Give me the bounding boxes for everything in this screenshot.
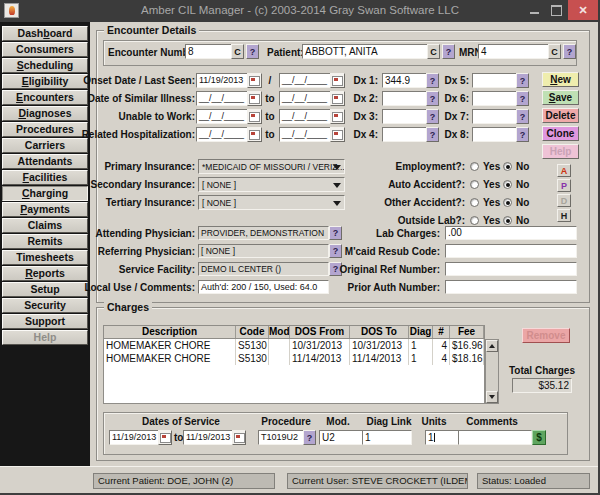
dx4-help-button[interactable]: ? <box>426 127 439 142</box>
entry-date-from-calendar-button[interactable] <box>158 430 172 445</box>
sidebar-item-dashboard[interactable]: Dashboard <box>2 26 88 41</box>
table-row[interactable]: HOMEMAKER CHORE S5130 11/14/2013 11/14/2… <box>104 352 484 365</box>
original-ref-number-field[interactable] <box>445 262 577 276</box>
col-dos-to[interactable]: DOS To <box>350 326 409 338</box>
sidebar-item-consumers[interactable]: Consumers <box>2 42 88 57</box>
encounter-number-clear-button[interactable]: C <box>231 44 244 59</box>
scroll-up-button[interactable] <box>486 340 498 352</box>
similar-illness-from-calendar-button[interactable] <box>247 91 262 106</box>
service-facility-field[interactable]: DEMO IL CENTER () <box>198 262 329 276</box>
secondary-insurance-select[interactable]: [ NONE ] <box>198 177 345 192</box>
auto-accident-yes-radio[interactable] <box>470 180 479 189</box>
dx8-help-button[interactable]: ? <box>516 127 529 142</box>
patient-clear-button[interactable]: C <box>427 44 440 59</box>
similar-illness-from-field[interactable]: __/__/____ <box>196 91 249 106</box>
similar-illness-to-calendar-button[interactable] <box>330 91 345 106</box>
col-code[interactable]: Code <box>236 326 269 338</box>
quick-p-button[interactable]: P <box>557 179 571 192</box>
auto-accident-no-radio[interactable] <box>503 180 512 189</box>
quick-h-button[interactable]: H <box>557 209 571 222</box>
entry-procedure-help-button[interactable]: ? <box>303 430 316 445</box>
dx8-field[interactable] <box>472 127 520 142</box>
related-hospitalization-from-calendar-button[interactable] <box>247 127 262 142</box>
dx5-field[interactable] <box>472 73 520 88</box>
delete-button[interactable]: Delete <box>542 108 579 123</box>
new-button[interactable]: New <box>542 72 579 87</box>
col-dos-from[interactable]: DOS From <box>290 326 350 338</box>
related-hospitalization-from-field[interactable]: __/__/____ <box>196 127 249 142</box>
patient-help-button[interactable]: ? <box>442 44 455 59</box>
prior-auth-number-field[interactable] <box>445 280 577 294</box>
onset-date-to-calendar-button[interactable] <box>330 73 345 88</box>
dx7-field[interactable] <box>472 109 520 124</box>
entry-date-to-field[interactable]: 11/19/2013 <box>183 430 236 445</box>
outside-lab-yes-radio[interactable] <box>470 216 479 225</box>
onset-date-from-field[interactable]: 11/19/2013 <box>196 73 249 88</box>
dx1-field[interactable]: 344.9 <box>382 73 430 88</box>
sidebar-item-security[interactable]: Security <box>2 298 88 313</box>
dx6-field[interactable] <box>472 91 520 106</box>
mrn-help-button[interactable]: ? <box>563 44 576 59</box>
employment-no-radio[interactable] <box>503 162 512 171</box>
dx5-help-button[interactable]: ? <box>516 73 529 88</box>
entry-comments-field[interactable] <box>458 430 532 445</box>
col-description[interactable]: Description <box>104 326 236 338</box>
fee-dollar-button[interactable]: $ <box>532 430 546 445</box>
col-mod[interactable]: Mod. <box>269 326 290 338</box>
patient-field[interactable]: ABBOTT, ANITA <box>302 44 428 59</box>
table-scrollbar[interactable] <box>485 339 499 404</box>
other-accident-no-radio[interactable] <box>503 198 512 207</box>
onset-date-to-field[interactable]: __/__/____ <box>279 73 332 88</box>
entry-mod-field[interactable]: U2 <box>319 430 363 445</box>
dx7-help-button[interactable]: ? <box>516 109 529 124</box>
dx3-field[interactable] <box>382 109 430 124</box>
maximize-button[interactable] <box>546 0 566 20</box>
table-row[interactable]: HOMEMAKER CHORE S5130 10/31/2013 10/31/2… <box>104 339 484 352</box>
col-count[interactable]: # <box>433 326 450 338</box>
entry-procedure-field[interactable]: T1019U2 <box>258 430 306 445</box>
scroll-down-button[interactable] <box>486 391 498 403</box>
dx3-help-button[interactable]: ? <box>426 109 439 124</box>
mrn-field[interactable]: 4 <box>478 44 550 59</box>
local-use-comments-field[interactable]: Auth'd: 200 / 150, Used: 64.0 <box>198 280 329 294</box>
employment-yes-radio[interactable] <box>470 162 479 171</box>
unable-to-work-to-field[interactable]: __/__/____ <box>279 109 332 124</box>
entry-diag-link-field[interactable]: 1 <box>362 430 412 445</box>
dx2-help-button[interactable]: ? <box>426 91 439 106</box>
outside-lab-no-radio[interactable] <box>503 216 512 225</box>
sidebar-item-support[interactable]: Support <box>2 314 88 329</box>
mrn-clear-button[interactable]: C <box>548 44 561 59</box>
unable-to-work-from-field[interactable]: __/__/____ <box>196 109 249 124</box>
entry-units-field[interactable]: 1 <box>425 430 461 445</box>
quick-a-button[interactable]: A <box>557 164 571 177</box>
col-fee[interactable]: Fee <box>450 326 484 338</box>
unable-to-work-to-calendar-button[interactable] <box>330 109 345 124</box>
dx4-field[interactable] <box>382 127 430 142</box>
related-hospitalization-to-field[interactable]: __/__/____ <box>279 127 332 142</box>
other-accident-yes-radio[interactable] <box>470 198 479 207</box>
col-diag[interactable]: Diag <box>409 326 433 338</box>
sidebar-item-carriers[interactable]: Carriers <box>2 138 88 153</box>
similar-illness-to-field[interactable]: __/__/____ <box>279 91 332 106</box>
entry-date-from-field[interactable]: 11/19/2013 <box>109 430 162 445</box>
dx6-help-button[interactable]: ? <box>516 91 529 106</box>
close-button[interactable]: ✕ <box>568 0 598 20</box>
encounter-number-help-button[interactable]: ? <box>246 44 259 59</box>
unable-to-work-from-calendar-button[interactable] <box>247 109 262 124</box>
lab-charges-field[interactable]: .00 <box>445 226 577 240</box>
entry-date-to-calendar-button[interactable] <box>232 430 246 445</box>
minimize-button[interactable] <box>524 0 544 20</box>
primary-insurance-select[interactable]: *MEDICAID OF MISSOURI / VERIZ... <box>198 159 345 174</box>
clone-button[interactable]: Clone <box>542 126 579 141</box>
attending-physician-field[interactable]: PROVIDER, DEMONSTRATION <box>198 226 329 240</box>
tertiary-insurance-select[interactable]: [ NONE ] <box>198 195 345 210</box>
onset-date-from-calendar-button[interactable] <box>247 73 262 88</box>
dx1-help-button[interactable]: ? <box>426 73 439 88</box>
dx2-field[interactable] <box>382 91 430 106</box>
related-hospitalization-to-calendar-button[interactable] <box>330 127 345 142</box>
mcaid-resub-code-field[interactable] <box>445 244 577 258</box>
referring-physician-field[interactable]: [ NONE ] <box>198 244 329 258</box>
encounter-number-field[interactable]: 8 <box>185 44 235 59</box>
save-button[interactable]: Save <box>542 90 579 105</box>
sidebar-item-scheduling[interactable]: Scheduling <box>2 58 88 73</box>
